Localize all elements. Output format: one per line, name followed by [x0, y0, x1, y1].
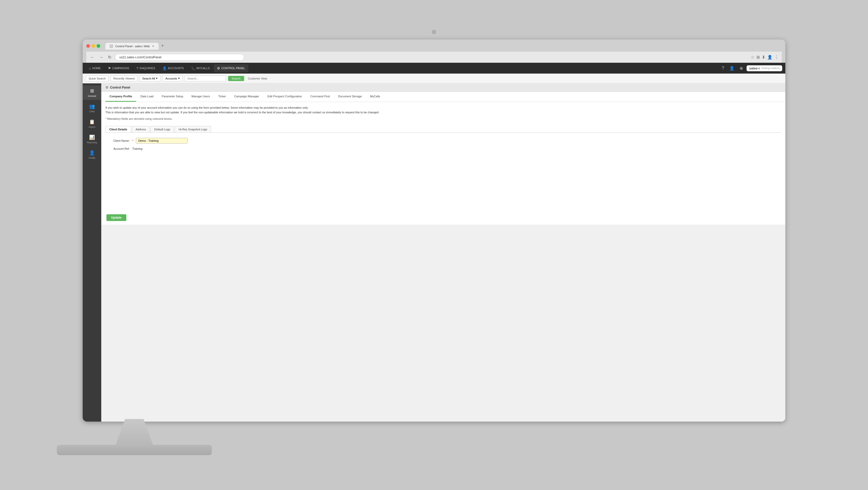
- nav-label-campaigns: CAMPAIGNS: [113, 67, 129, 70]
- account-ref-value: Training: [132, 146, 142, 151]
- form-tab-default-logo[interactable]: Default Logo: [150, 126, 174, 132]
- form-row-client-name: Client Name: *: [106, 138, 780, 143]
- accounts-chevron-icon: ▾: [178, 77, 180, 80]
- browser-addressbar: ← → ↻ ☆ ⊞ ⬇ 👤 ⋮: [86, 52, 782, 63]
- profile-browser-button[interactable]: 👤: [767, 55, 772, 60]
- close-dot[interactable]: [86, 44, 90, 48]
- account-ref-label: Account Ref:: [106, 147, 130, 150]
- monitor-outer: Control Panel - sales-i Web ✕ + ← → ↻ ☆ …: [83, 30, 785, 460]
- nav-label-enquiries: ENQUIRIES: [140, 67, 155, 70]
- sidebar-item-profile[interactable]: 👤 Profile: [83, 148, 101, 162]
- cp-tab-data-load[interactable]: Data Load: [136, 92, 158, 102]
- description-line1: If you wish to update any of your accoun…: [105, 106, 781, 110]
- import-icon: 📋: [89, 119, 95, 125]
- sidebar-item-crm[interactable]: 👥 CRM: [83, 101, 101, 116]
- mandatory-note: * Mandatory fields are denoted using col…: [105, 117, 781, 121]
- left-sidebar: ⊞ General 👥 CRM 📋 Import 📊 Reporting: [83, 84, 101, 422]
- user-button[interactable]: 👤: [728, 64, 736, 72]
- sidebar-item-import[interactable]: 📋 Import: [83, 117, 101, 131]
- cp-tab-parameter-setup[interactable]: Parameter Setup: [158, 92, 187, 102]
- cp-tab-document-storage[interactable]: Document Storage: [334, 92, 366, 102]
- tab-favicon: [110, 44, 113, 48]
- browser-tab[interactable]: Control Panel - sales-i Web ✕: [105, 43, 159, 50]
- form-tabs: Client Details Address Default Logo Hi-R…: [101, 123, 785, 133]
- nav-item-accounts[interactable]: 👤 ACCOUNTS: [159, 64, 187, 72]
- top-nav: ⌂ HOME ⚑ CAMPAIGNS ? ENQUIRIES 👤 ACCOUNT…: [83, 63, 785, 73]
- search-all-label: Search All: [142, 77, 155, 80]
- cp-tab-mycalls[interactable]: MyCalls: [366, 92, 384, 102]
- settings-button[interactable]: ⊕: [738, 64, 745, 72]
- browser-tabs: Control Panel - sales-i Web ✕ +: [105, 42, 166, 50]
- help-button[interactable]: ?: [720, 64, 726, 72]
- required-marker: *: [132, 139, 133, 142]
- form-tab-client-details[interactable]: Client Details: [105, 126, 131, 132]
- search-all-dropdown[interactable]: Search All ▾: [140, 75, 161, 81]
- accounts-dropdown[interactable]: Accounts ▾: [162, 75, 182, 81]
- form-content: Client Name: * Account Ref: Training: [101, 133, 785, 159]
- quick-search-button[interactable]: Quick Search: [86, 76, 108, 81]
- refresh-button[interactable]: ↻: [107, 54, 113, 61]
- logo-area: sales-i Training Academy: [747, 65, 782, 71]
- downloads-button[interactable]: ⬇: [762, 55, 765, 60]
- tab-close-button[interactable]: ✕: [152, 44, 154, 48]
- update-button[interactable]: Update: [106, 214, 126, 221]
- form-tab-hi-res-logo[interactable]: Hi-Res Snapshot Logo: [175, 126, 211, 132]
- breadcrumb-label: Control Panel: [110, 86, 130, 89]
- logo-sub: Training Academy: [761, 67, 780, 69]
- cp-tab-command-post[interactable]: Command Post: [306, 92, 334, 102]
- tab-title: Control Panel - sales-i Web: [115, 45, 150, 48]
- address-input[interactable]: [115, 54, 244, 61]
- browser-titlebar: Control Panel - sales-i Web ✕ +: [86, 42, 782, 50]
- profile-icon: 👤: [89, 150, 95, 156]
- client-name-input[interactable]: [136, 138, 188, 143]
- nav-item-mycalls[interactable]: 📞 MYCALLS: [188, 64, 213, 72]
- sidebar-label-crm: CRM: [89, 110, 95, 113]
- description-area: If you wish to update any of your accoun…: [101, 102, 785, 123]
- cp-tab-campaign-manager[interactable]: Campaign Manager: [230, 92, 263, 102]
- accounts-icon: 👤: [162, 66, 167, 70]
- campaigns-icon: ⚑: [108, 66, 111, 70]
- search-input[interactable]: [185, 76, 226, 81]
- recently-viewed-button[interactable]: Recently Viewed: [111, 76, 137, 81]
- controlpanel-icon: ⚙: [217, 66, 220, 70]
- cp-tab-ticker[interactable]: Ticker: [214, 92, 230, 102]
- cp-tab-edit-prospect[interactable]: Edit Prospect Configuration: [263, 92, 306, 102]
- stand-base: [57, 445, 212, 455]
- menu-button[interactable]: ⋮: [774, 55, 779, 60]
- mycalls-icon: 📞: [191, 66, 195, 70]
- bookmark-button[interactable]: ☆: [751, 55, 754, 60]
- sidebar-label-reporting: Reporting: [87, 141, 97, 144]
- minimize-dot[interactable]: [91, 44, 95, 48]
- nav-label-controlpanel: CONTROL PANEL: [221, 67, 245, 70]
- form-spacer: [101, 159, 785, 211]
- sidebar-label-general: General: [88, 95, 96, 97]
- nav-label-accounts: ACCOUNTS: [168, 67, 184, 70]
- cp-tab-manage-users[interactable]: Manage Users: [187, 92, 214, 102]
- nav-label-home: HOME: [92, 67, 101, 70]
- nav-item-campaigns[interactable]: ⚑ CAMPAIGNS: [105, 64, 132, 72]
- sidebar-item-reporting[interactable]: 📊 Reporting: [83, 132, 101, 146]
- sidebar-label-profile: Profile: [89, 157, 95, 159]
- nav-item-home[interactable]: ⌂ HOME: [86, 64, 104, 72]
- maximize-dot[interactable]: [97, 44, 100, 48]
- forward-button[interactable]: →: [98, 54, 104, 61]
- monitor-camera: [432, 30, 436, 34]
- nav-item-controlpanel[interactable]: ⚙ CONTROL PANEL: [214, 64, 248, 72]
- sidebar-item-general[interactable]: ⊞ General: [83, 86, 101, 100]
- form-tab-address[interactable]: Address: [132, 126, 150, 132]
- logo-brand: sales-i: [749, 66, 760, 70]
- nav-item-enquiries[interactable]: ? ENQUIRIES: [133, 64, 158, 72]
- customer-view-link[interactable]: Customer View: [248, 77, 267, 80]
- back-button[interactable]: ←: [89, 54, 96, 61]
- description-line2: This is information that you are able to…: [105, 110, 781, 115]
- form-tab-list: Client Details Address Default Logo Hi-R…: [105, 126, 781, 133]
- browser-dots: [86, 44, 100, 48]
- search-button[interactable]: Search: [228, 76, 244, 81]
- cp-tab-company-profile[interactable]: Company Profile: [105, 92, 136, 102]
- extensions-button[interactable]: ⊞: [756, 55, 760, 60]
- new-tab-button[interactable]: +: [159, 42, 166, 50]
- stand-neck: [111, 419, 158, 445]
- sidebar-label-import: Import: [89, 126, 95, 128]
- home-icon: ⌂: [89, 66, 91, 70]
- general-icon: ⊞: [90, 88, 94, 94]
